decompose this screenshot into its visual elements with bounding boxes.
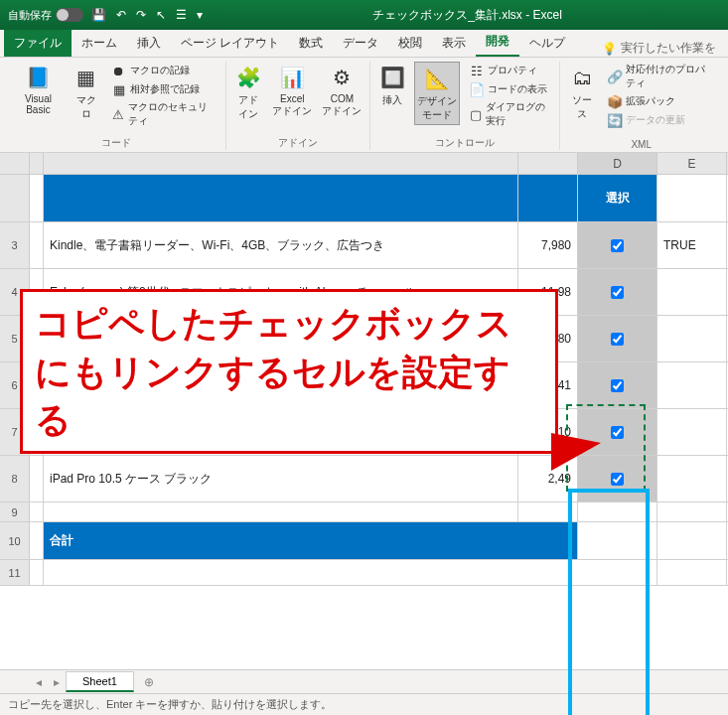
source-button[interactable]: 🗂ソース <box>566 62 598 123</box>
macro-icon: ▦ <box>73 64 100 91</box>
map-icon: 🔗 <box>607 69 623 84</box>
tell-me-search[interactable]: 💡 実行したい作業を <box>602 40 724 57</box>
row-header[interactable]: 9 <box>0 502 30 521</box>
expand-icon: 📦 <box>607 93 623 109</box>
cursor-icon[interactable]: ↖ <box>156 8 166 22</box>
cell-checkbox[interactable] <box>578 269 657 315</box>
checkbox-control[interactable] <box>611 239 624 252</box>
tab-developer[interactable]: 開発 <box>476 28 519 57</box>
cell[interactable] <box>30 222 44 268</box>
cell-link[interactable] <box>657 316 727 361</box>
cell[interactable] <box>30 456 44 501</box>
redo-icon[interactable]: ↷ <box>136 8 146 22</box>
ribbon-group-code: 📘 Visual Basic ▦ マクロ ⏺マクロの記録 ▦相対参照で記録 ⚠マ… <box>6 62 226 150</box>
excel-addin-icon: 📊 <box>278 64 306 91</box>
add-sheet-button[interactable]: ⊕ <box>134 675 164 689</box>
cell-link[interactable] <box>657 409 727 455</box>
macro-security-button[interactable]: ⚠マクロのセキュリティ <box>108 99 219 129</box>
row-header[interactable]: 3 <box>0 222 30 268</box>
cell-link[interactable] <box>657 269 727 315</box>
row-header[interactable]: 11 <box>0 560 30 585</box>
cell-price[interactable]: 7,980 <box>518 222 578 268</box>
autosave-toggle[interactable]: 自動保存 <box>8 8 83 23</box>
cell[interactable] <box>657 175 727 221</box>
row-header[interactable] <box>0 175 30 221</box>
header-name[interactable] <box>44 175 518 221</box>
vb-label: Visual Basic <box>14 93 63 115</box>
save-icon[interactable]: 💾 <box>91 8 106 22</box>
insert-control-button[interactable]: 🔲挿入 <box>376 62 408 109</box>
table-row-total: 10 合計 <box>0 522 728 560</box>
macros-button[interactable]: ▦ マクロ <box>71 62 102 123</box>
cell-link[interactable] <box>657 362 727 408</box>
cell-link[interactable]: TRUE <box>657 222 727 268</box>
view-code-button[interactable]: 📄コードの表示 <box>466 80 553 98</box>
tab-nav-next-icon[interactable]: ▸ <box>48 675 66 689</box>
table-row: 3Kindle、電子書籍リーダー、Wi-Fi、4GB、ブラック、広告つき7,98… <box>0 222 728 269</box>
annotation-callout: コピペしたチェックボックスにもリンクするセルを設定する <box>20 289 558 454</box>
insert-ctrl-icon: 🔲 <box>378 64 406 91</box>
tab-insert[interactable]: 挿入 <box>127 30 171 57</box>
search-placeholder: 実行したい作業を <box>621 40 716 57</box>
row-header[interactable]: 10 <box>0 522 30 559</box>
row-header[interactable]: 8 <box>0 456 30 501</box>
tab-layout[interactable]: ページ レイアウト <box>171 30 289 57</box>
tab-data[interactable]: データ <box>333 30 388 57</box>
cell-checkbox[interactable] <box>578 316 657 361</box>
cell-name[interactable]: iPad Pro 10.5 ケース ブラック <box>44 456 518 501</box>
map-properties-button[interactable]: 🔗対応付けのプロパティ <box>604 62 716 91</box>
dialog-icon: ▢ <box>469 106 482 122</box>
visual-basic-button[interactable]: 📘 Visual Basic <box>12 62 65 117</box>
tab-view[interactable]: 表示 <box>432 30 476 57</box>
cell[interactable] <box>30 175 44 221</box>
col-header-d[interactable]: D <box>578 153 657 174</box>
tab-file[interactable]: ファイル <box>4 30 72 57</box>
checkbox-control[interactable] <box>611 333 624 346</box>
header-select[interactable]: 選択 <box>578 175 657 221</box>
lightbulb-icon: 💡 <box>602 42 617 56</box>
design-mode-button[interactable]: 📐デザイン モード <box>414 62 460 125</box>
relative-ref-button[interactable]: ▦相対参照で記録 <box>108 80 219 98</box>
refresh-data-button[interactable]: 🔄データの更新 <box>604 111 716 129</box>
tab-formula[interactable]: 数式 <box>289 30 333 57</box>
ribbon-group-addins: 🧩アド イン 📊Excel アドイン ⚙COM アドイン アドイン <box>226 62 370 150</box>
tab-home[interactable]: ホーム <box>72 30 127 57</box>
record-macro-button[interactable]: ⏺マクロの記録 <box>108 62 219 79</box>
sheet-tabs: ◂ ▸ Sheet1 ⊕ <box>0 669 728 693</box>
group-label-code: コード <box>101 134 131 150</box>
group-label-controls: コントロール <box>435 134 495 150</box>
tab-help[interactable]: ヘルプ <box>519 30 575 57</box>
properties-button[interactable]: ☷プロパティ <box>466 62 553 79</box>
excel-addins-button[interactable]: 📊Excel アドイン <box>270 62 314 120</box>
expansion-pack-button[interactable]: 📦拡張パック <box>604 92 716 110</box>
col-header-e[interactable]: E <box>657 153 727 174</box>
total-label[interactable]: 合計 <box>44 522 578 559</box>
cell-checkbox[interactable] <box>578 362 657 408</box>
addins-button[interactable]: 🧩アド イン <box>232 62 264 123</box>
com-addins-button[interactable]: ⚙COM アドイン <box>320 62 364 120</box>
tab-nav-prev-icon[interactable]: ◂ <box>30 675 48 689</box>
header-price[interactable] <box>518 175 578 221</box>
select-all-corner[interactable] <box>0 153 30 174</box>
undo-icon[interactable]: ↶ <box>116 8 126 22</box>
ribbon: 📘 Visual Basic ▦ マクロ ⏺マクロの記録 ▦相対参照で記録 ⚠マ… <box>0 58 728 153</box>
qat-dropdown-icon[interactable]: ▾ <box>197 8 203 22</box>
checkbox-control[interactable] <box>611 286 624 299</box>
refresh-icon: 🔄 <box>607 112 623 128</box>
run-dialog-button[interactable]: ▢ダイアログの実行 <box>466 99 553 129</box>
checkbox-control[interactable] <box>611 473 624 486</box>
cell-checkbox[interactable] <box>578 222 657 268</box>
col-header-c[interactable] <box>518 153 578 174</box>
cell-name[interactable]: Kindle、電子書籍リーダー、Wi-Fi、4GB、ブラック、広告つき <box>44 222 518 268</box>
col-header-a[interactable] <box>30 153 44 174</box>
table-header-row: 選択 <box>0 175 728 222</box>
relative-icon: ▦ <box>111 81 127 97</box>
checkbox-control[interactable] <box>611 379 624 392</box>
group-label-addins: アドイン <box>278 134 318 150</box>
cell-link[interactable] <box>657 456 727 501</box>
touch-icon[interactable]: ☰ <box>176 8 187 22</box>
tab-review[interactable]: 校閲 <box>388 30 432 57</box>
checkbox-control[interactable] <box>611 426 624 439</box>
sheet-tab-sheet1[interactable]: Sheet1 <box>66 671 134 692</box>
col-header-b[interactable] <box>44 153 518 174</box>
